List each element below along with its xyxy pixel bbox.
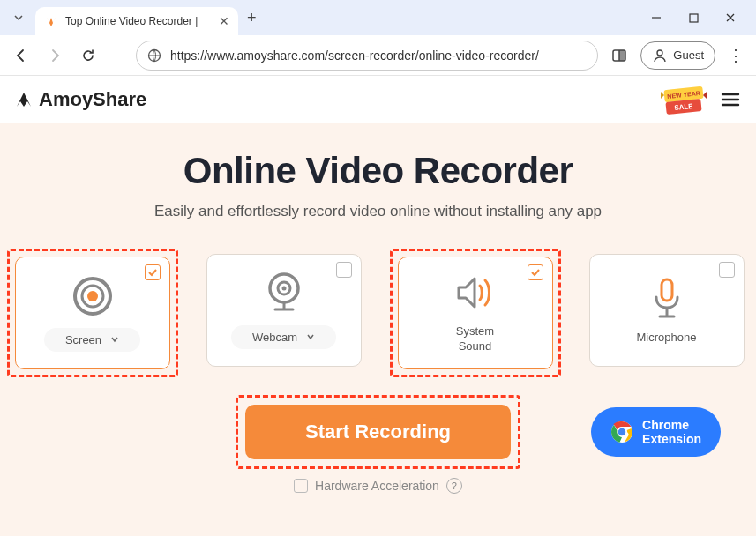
svg-point-17: [281, 286, 286, 290]
chevron-down-icon: [306, 332, 315, 341]
svg-rect-1: [690, 14, 698, 22]
svg-point-14: [87, 291, 98, 302]
checkbox-webcam[interactable]: [336, 262, 352, 278]
page-title: Online Video Recorder: [0, 150, 756, 192]
checkbox-system-sound[interactable]: [528, 264, 543, 280]
svg-point-6: [657, 50, 662, 56]
window-controls: [648, 10, 749, 26]
profile-button[interactable]: Guest: [640, 41, 715, 70]
browser-menu-icon[interactable]: ⋮: [724, 46, 747, 65]
maximize-icon[interactable]: [685, 10, 701, 26]
card-screen[interactable]: Screen: [15, 257, 170, 369]
brand-name: AmoyShare: [39, 88, 146, 111]
svg-rect-5: [619, 50, 625, 61]
card-system-sound[interactable]: System Sound: [398, 257, 553, 369]
extension-label: Chrome Extension: [642, 418, 701, 446]
start-highlight: Start Recording: [236, 395, 520, 469]
browser-tab[interactable]: Top Online Video Recorder | ✕: [35, 7, 238, 35]
url-input[interactable]: [170, 48, 587, 63]
close-icon[interactable]: [722, 10, 738, 26]
chrome-icon: [610, 421, 633, 443]
source-cards: Screen Webcam: [0, 249, 756, 377]
start-recording-button[interactable]: Start Recording: [245, 405, 511, 459]
forward-button[interactable]: [42, 43, 67, 68]
logo-icon: [14, 90, 34, 109]
actions-row: Start Recording Chrome Extension: [0, 395, 756, 469]
card-microphone[interactable]: Microphone: [589, 254, 745, 367]
label-system-sound: System Sound: [456, 324, 494, 354]
tab-close-icon[interactable]: ✕: [219, 14, 229, 28]
label-microphone: Microphone: [637, 331, 697, 344]
webcam-icon: [263, 272, 305, 315]
hardware-acceleration-row: Hardware Acceleration ?: [0, 478, 756, 494]
main-content: Online Video Recorder Easily and effortl…: [0, 123, 756, 536]
microphone-icon: [649, 278, 685, 320]
label-screen[interactable]: Screen: [44, 328, 140, 352]
checkbox-microphone[interactable]: [719, 262, 735, 278]
new-tab-button[interactable]: +: [247, 9, 257, 27]
svg-rect-18: [662, 279, 672, 301]
speaker-icon: [453, 272, 498, 314]
chrome-extension-button[interactable]: Chrome Extension: [591, 407, 721, 457]
page-subtitle: Easily and effortlessly record video onl…: [0, 203, 756, 220]
tab-title: Top Online Video Recorder |: [65, 15, 212, 27]
side-panel-icon[interactable]: [607, 43, 632, 68]
card-wrap-system-sound: System Sound: [390, 249, 561, 377]
sale-badge[interactable]: NEW YEAR SALE: [661, 83, 707, 118]
screen-record-icon: [70, 275, 116, 317]
reload-button[interactable]: [76, 43, 101, 68]
browser-toolbar: Guest ⋮: [0, 35, 756, 76]
hw-label: Hardware Acceleration: [315, 479, 439, 493]
chevron-down-icon: [110, 335, 119, 344]
address-bar[interactable]: [136, 41, 598, 71]
window-titlebar: Top Online Video Recorder | ✕ +: [0, 0, 756, 35]
back-button[interactable]: [9, 43, 34, 68]
label-webcam[interactable]: Webcam: [231, 325, 336, 349]
card-webcam[interactable]: Webcam: [206, 254, 362, 367]
card-wrap-webcam: Webcam: [201, 249, 367, 377]
minimize-icon[interactable]: [648, 10, 664, 26]
site-menu-button[interactable]: [719, 88, 742, 111]
tab-favicon-icon: [44, 14, 58, 28]
site-info-icon[interactable]: [147, 48, 161, 63]
hw-checkbox[interactable]: [294, 479, 308, 493]
help-icon[interactable]: ?: [446, 478, 462, 494]
tab-list-dropdown[interactable]: [7, 6, 30, 29]
person-icon: [652, 48, 668, 63]
card-wrap-microphone: Microphone: [584, 249, 750, 377]
checkbox-screen[interactable]: [145, 264, 161, 280]
card-wrap-screen: Screen: [7, 249, 178, 377]
site-header: AmoyShare NEW YEAR SALE: [0, 76, 756, 123]
brand-logo[interactable]: AmoyShare: [14, 88, 146, 111]
profile-label: Guest: [673, 48, 704, 62]
